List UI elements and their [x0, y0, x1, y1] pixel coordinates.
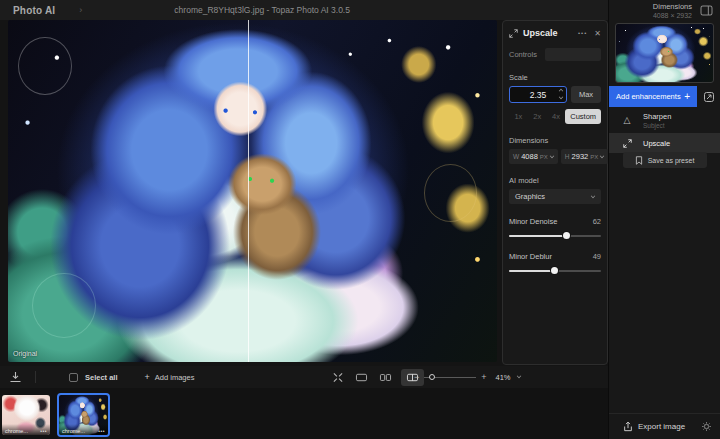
width-field[interactable]: W 4088 PX: [509, 149, 558, 164]
decorative-swirl: [18, 37, 72, 95]
dimensions-header-value: 4088 × 2932: [653, 12, 692, 19]
compare-original-button[interactable]: [697, 86, 720, 107]
deblur-value: 49: [593, 252, 601, 261]
fit-to-screen-button[interactable]: [332, 372, 344, 383]
bookmark-icon: [635, 156, 643, 165]
view-mode-group: [332, 372, 422, 383]
close-icon[interactable]: ✕: [594, 29, 601, 38]
enhancement-item-sharpen[interactable]: △ Sharpen Subject: [609, 107, 720, 133]
plus-icon: +: [145, 372, 150, 382]
zoom-controls: − + 41%: [414, 372, 521, 382]
ai-model-value: Graphics: [515, 192, 545, 201]
save-to-disk-button[interactable]: [9, 371, 22, 383]
thumbnail-filename: chrome...: [62, 428, 85, 434]
export-settings-icon[interactable]: [701, 421, 712, 432]
export-icon: [623, 421, 633, 432]
chevron-down-icon: [591, 193, 596, 198]
width-axis-label: W: [513, 153, 519, 160]
upscale-panel-header: Upscale ••• ✕: [509, 27, 601, 39]
zoom-slider[interactable]: [424, 373, 476, 381]
scale-option-4x[interactable]: 4x: [547, 112, 566, 121]
single-view-button[interactable]: [355, 372, 368, 383]
scale-max-button[interactable]: Max: [571, 86, 601, 103]
deblur-slider[interactable]: [509, 267, 601, 274]
panel-toggle-icon[interactable]: [700, 5, 713, 16]
compare-icon: [703, 91, 715, 103]
before-after-split-handle[interactable]: [248, 20, 249, 362]
scale-option-custom[interactable]: Custom: [565, 109, 601, 124]
upscale-item-label: Upscale: [643, 139, 670, 148]
enhancements-sidebar: Dimensions 4088 × 2932 Add enhancements …: [608, 0, 720, 439]
upscale-panel: Upscale ••• ✕ Controls Scale 2.35 Max 1x…: [502, 20, 608, 365]
decorative-swirl: [32, 273, 96, 338]
dimensions-label: Dimensions: [509, 136, 601, 145]
zoom-in-icon[interactable]: +: [481, 372, 486, 382]
select-all-label[interactable]: Select all: [85, 373, 118, 382]
slider-fill: [509, 235, 566, 237]
select-all-checkbox[interactable]: [69, 373, 78, 382]
filmstrip: chrome... ••• chrome... •••: [0, 388, 608, 439]
side-by-side-icon: [379, 372, 392, 383]
filmstrip-thumbnail[interactable]: chrome... •••: [2, 395, 50, 435]
add-enhancements-label: Add enhancements: [616, 92, 681, 101]
thumbnail-label-bar: chrome... •••: [59, 424, 108, 435]
chevron-right-icon: ›: [79, 5, 82, 15]
original-label: Original: [13, 350, 37, 357]
panel-title: Upscale: [523, 28, 558, 38]
save-as-preset-label: Save as preset: [648, 157, 695, 164]
width-unit: PX: [540, 154, 548, 160]
controls-label: Controls: [509, 50, 537, 59]
slider-knob[interactable]: [551, 267, 558, 274]
add-enhancements-button[interactable]: Add enhancements +: [609, 86, 697, 107]
height-unit: PX: [590, 154, 598, 160]
thumbnail-menu-icon[interactable]: •••: [98, 428, 105, 434]
bottom-toolbar: Select all + Add images −: [0, 366, 608, 388]
zoom-out-icon[interactable]: −: [414, 372, 419, 382]
slider-knob[interactable]: [563, 232, 570, 239]
enhancement-item-upscale[interactable]: Upscale: [609, 133, 720, 153]
export-image-label: Export image: [638, 422, 685, 431]
single-view-icon: [355, 372, 368, 383]
filmstrip-thumbnail-selected[interactable]: chrome... •••: [57, 393, 110, 437]
scale-value: 2.35: [530, 90, 547, 100]
add-images-label: Add images: [155, 373, 195, 382]
scale-stepper[interactable]: [559, 89, 563, 99]
toolbar-divider: [35, 371, 36, 383]
panel-menu-icon[interactable]: •••: [578, 30, 587, 36]
export-bar: Export image: [609, 413, 720, 439]
navigator-thumbnail[interactable]: [615, 23, 714, 83]
thumbnail-menu-icon[interactable]: •••: [40, 428, 47, 434]
image-canvas[interactable]: Original: [8, 20, 497, 362]
ai-model-select[interactable]: Graphics: [509, 189, 601, 204]
denoise-value: 62: [593, 217, 601, 226]
chevron-down-icon: [550, 153, 555, 158]
app-window: Photo AI › chrome_R8YHqt3lG.jpg - Topaz …: [0, 0, 720, 439]
dimensions-header: Dimensions 4088 × 2932: [609, 0, 720, 20]
denoise-slider[interactable]: [509, 232, 601, 239]
upscale-arrows-icon: [620, 139, 634, 148]
controls-selector[interactable]: [545, 48, 601, 61]
chevron-down-icon: [516, 374, 521, 379]
zoom-percentage[interactable]: 41%: [496, 373, 511, 382]
chevron-down-icon: [559, 95, 564, 100]
plus-icon: +: [684, 91, 690, 102]
save-as-preset-button[interactable]: Save as preset: [623, 152, 707, 168]
decorative-swirl: [424, 164, 478, 222]
slider-knob[interactable]: [429, 374, 435, 380]
scale-option-2x[interactable]: 2x: [528, 112, 547, 121]
deblur-label: Minor Deblur: [509, 252, 552, 261]
thumbnail-filename: chrome...: [5, 428, 28, 434]
height-field[interactable]: H 2932 PX: [561, 149, 608, 164]
chevron-down-icon: [600, 153, 605, 158]
app-logo[interactable]: Photo AI: [13, 5, 55, 16]
denoise-label: Minor Denoise: [509, 217, 557, 226]
download-icon: [9, 371, 22, 383]
chevron-up-icon: [559, 89, 564, 94]
scale-option-1x[interactable]: 1x: [509, 112, 528, 121]
ai-model-label: AI model: [509, 176, 601, 185]
side-by-side-view-button[interactable]: [379, 372, 392, 383]
height-axis-label: H: [565, 153, 570, 160]
add-images-button[interactable]: + Add images: [145, 372, 195, 382]
scale-input[interactable]: 2.35: [509, 86, 567, 103]
export-image-button[interactable]: Export image: [623, 421, 685, 432]
